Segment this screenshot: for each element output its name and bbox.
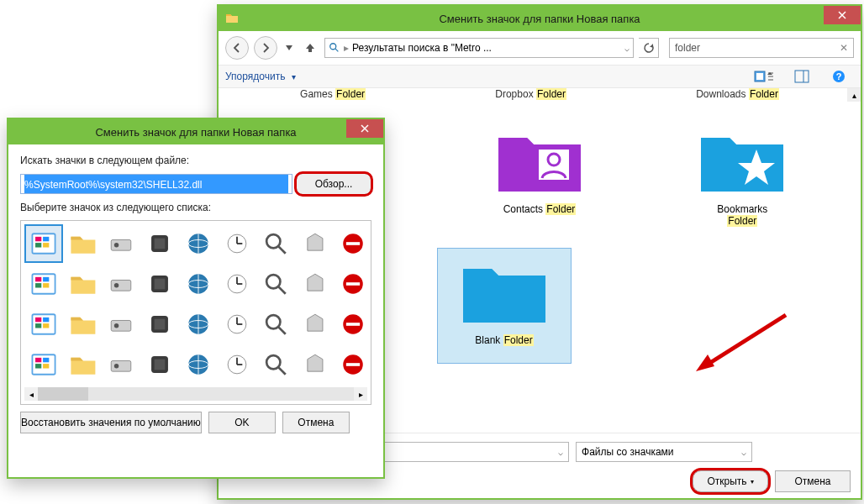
icon-cell[interactable] <box>26 347 61 382</box>
icon-cell[interactable] <box>297 347 332 382</box>
svg-rect-76 <box>346 323 360 326</box>
scroll-up-button[interactable]: ▴ <box>847 88 861 102</box>
svg-rect-81 <box>43 364 49 368</box>
svg-rect-95 <box>346 363 360 366</box>
folder-tile[interactable]: Contacts Folder <box>472 117 607 233</box>
icon-cell[interactable] <box>142 347 177 382</box>
icon-cell[interactable] <box>142 307 177 342</box>
horizontal-scrollbar[interactable]: ◂ ▸ <box>24 387 367 401</box>
svg-point-73 <box>266 315 280 328</box>
svg-point-92 <box>266 355 280 369</box>
icon-cell[interactable] <box>297 307 332 342</box>
list-item[interactable]: Games Folder <box>300 88 366 100</box>
recent-locations-button[interactable] <box>282 36 296 60</box>
icon-cell[interactable] <box>258 266 293 302</box>
svg-point-35 <box>266 234 280 248</box>
svg-point-54 <box>266 275 280 288</box>
help-icon[interactable]: ? <box>824 67 854 86</box>
titlebar: Сменить значок для папки Новая папка <box>219 6 861 31</box>
icon-cell[interactable] <box>219 266 255 302</box>
icon-cell[interactable] <box>26 266 61 302</box>
icon-cell[interactable] <box>219 307 255 342</box>
icon-cell[interactable] <box>181 266 216 302</box>
folder-tile[interactable]: Blank Folder <box>437 248 572 364</box>
close-button[interactable] <box>346 119 383 138</box>
list-item[interactable]: Downloads Folder <box>696 88 779 100</box>
icon-cell[interactable] <box>219 226 255 261</box>
svg-point-83 <box>114 364 119 368</box>
icon-grid: ◂ ▸ <box>20 220 371 405</box>
icon-cell[interactable] <box>297 266 332 302</box>
path-label: Искать значки в следующем файле: <box>20 155 371 166</box>
icon-cell[interactable] <box>103 307 139 342</box>
svg-rect-3 <box>756 73 763 80</box>
scroll-left-button[interactable]: ◂ <box>24 387 38 401</box>
svg-rect-79 <box>43 358 49 362</box>
close-button[interactable] <box>824 6 861 24</box>
icon-cell[interactable] <box>219 347 255 382</box>
svg-rect-57 <box>346 282 360 286</box>
icon-cell[interactable] <box>258 347 293 382</box>
clear-search-icon[interactable]: ✕ <box>840 42 848 54</box>
icon-cell[interactable] <box>103 347 139 382</box>
scroll-right-button[interactable]: ▸ <box>354 387 367 401</box>
icon-cell[interactable] <box>103 226 139 261</box>
svg-point-26 <box>114 243 119 247</box>
list-item[interactable]: Dropbox Folder <box>495 88 566 100</box>
icon-cell[interactable] <box>181 307 216 342</box>
tile-caption: Blank Folder <box>475 334 533 346</box>
icon-cell[interactable] <box>335 347 371 382</box>
toolbar: Упорядочить ▾ ? <box>219 65 861 88</box>
list-label: Выберите значок из следующего списка: <box>20 202 371 213</box>
svg-line-55 <box>279 287 286 294</box>
chevron-down-icon[interactable]: ▾ <box>292 72 296 81</box>
search-input[interactable]: folder ✕ <box>669 38 854 58</box>
restore-defaults-button[interactable]: Восстановить значения по умолчанию <box>20 412 202 433</box>
icon-cell[interactable] <box>335 266 371 302</box>
icon-cell[interactable] <box>181 347 216 382</box>
svg-rect-66 <box>155 319 166 330</box>
svg-point-45 <box>114 283 119 287</box>
svg-rect-25 <box>111 239 131 250</box>
folder-tile[interactable]: BookmarksFolder <box>675 117 809 233</box>
address-bar[interactable]: ▸ Результаты поиска в "Metro ... ⌵ <box>324 38 634 58</box>
icon-cell[interactable] <box>65 266 100 302</box>
nav-bar: ▸ Результаты поиска в "Metro ... ⌵ folde… <box>219 31 861 65</box>
window-title: Сменить значок для папки Новая папка <box>439 13 640 25</box>
back-button[interactable] <box>225 36 249 60</box>
icon-cell[interactable] <box>103 266 139 302</box>
organize-menu[interactable]: Упорядочить <box>225 71 285 82</box>
icon-cell[interactable] <box>142 266 177 302</box>
icon-cell[interactable] <box>65 347 100 382</box>
icon-cell[interactable] <box>181 226 216 261</box>
up-button[interactable] <box>301 39 319 57</box>
icon-cell[interactable] <box>26 307 61 342</box>
refresh-button[interactable] <box>639 38 659 58</box>
path-input[interactable]: %SystemRoot%\system32\SHELL32.dll <box>20 174 292 194</box>
cancel-button[interactable]: Отмена <box>282 412 350 433</box>
preview-pane-icon[interactable] <box>787 67 817 86</box>
chevron-down-icon[interactable]: ⌵ <box>624 44 630 53</box>
icon-cell[interactable] <box>142 226 177 261</box>
icon-cell[interactable] <box>335 307 371 342</box>
titlebar: Сменить значок для папки Новая папка <box>8 119 383 144</box>
icon-cell[interactable] <box>258 307 293 342</box>
cancel-button[interactable]: Отмена <box>775 470 851 492</box>
svg-rect-43 <box>43 283 49 287</box>
icon-cell[interactable] <box>335 226 371 261</box>
svg-rect-82 <box>111 360 131 371</box>
filetype-combo[interactable]: Файлы со значками ⌵ <box>576 442 752 462</box>
forward-button[interactable] <box>254 36 277 60</box>
icon-cell[interactable] <box>258 226 293 261</box>
ok-button[interactable]: OK <box>208 412 276 433</box>
icon-cell[interactable] <box>297 226 332 261</box>
open-button[interactable]: Открыть ▾ <box>693 470 768 492</box>
svg-rect-23 <box>35 243 41 247</box>
browse-button[interactable]: Обзор... <box>296 173 371 195</box>
search-icon <box>329 42 340 54</box>
view-menu-icon[interactable] <box>750 67 780 86</box>
icon-cell[interactable] <box>26 226 61 261</box>
icon-cell[interactable] <box>65 226 100 261</box>
icon-cell[interactable] <box>65 307 100 342</box>
scroll-thumb[interactable] <box>38 387 88 401</box>
